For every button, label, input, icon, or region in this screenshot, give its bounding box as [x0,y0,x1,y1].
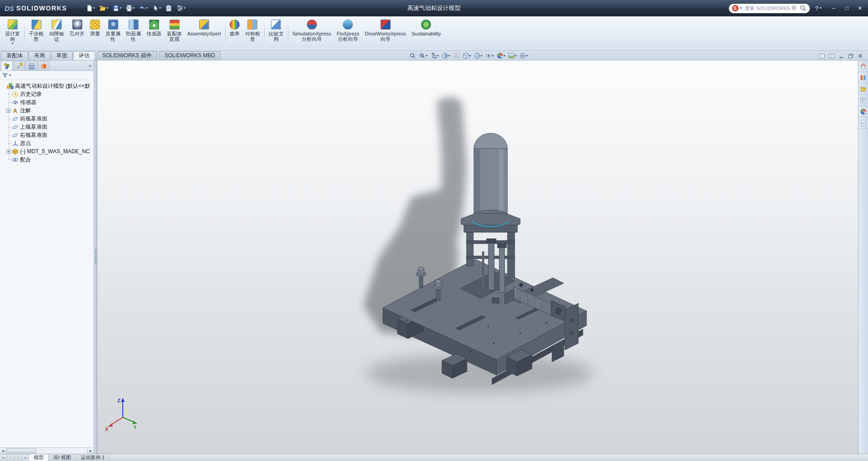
print-document-caret[interactable]: ▾ [133,6,135,10]
search-scope-caret[interactable]: ▾ [740,6,742,10]
tree-item-plane[interactable]: 前视基准面 [0,115,94,123]
ribbon-tab-5[interactable]: SOLIDWORKS 插件 [97,51,157,60]
sensor-button[interactable]: 传感器 [144,18,164,50]
options-button[interactable]: ▾ [175,2,187,14]
custom-properties-tab[interactable] [858,117,868,129]
tree-item-plane[interactable]: 上视基准面 [0,123,94,131]
featuremanager-tab[interactable] [1,61,13,70]
design-study-button[interactable]: 设计算例▾ [2,18,23,50]
section-properties-button[interactable]: 剖面属性 [123,18,144,50]
appearances-scenes-tab[interactable] [858,106,868,117]
view-palette-tab[interactable] [858,95,868,106]
ribbon-tab-3[interactable]: 草图 [51,51,73,60]
section-view-button[interactable]: ▾ [440,51,452,60]
assembly-visualization-button[interactable]: 装配体直观 [164,18,185,50]
new-document-caret[interactable]: ▾ [93,6,95,10]
curvature-button[interactable]: 曲率 [227,18,242,50]
viewport-single-button[interactable] [818,52,826,60]
undo-caret[interactable]: ▾ [146,6,148,10]
expander-toggle[interactable]: + [6,150,10,154]
configurationmanager-tab[interactable] [25,61,37,70]
hole-alignment-button[interactable]: 孔对齐 [67,18,87,50]
filter-icon[interactable] [2,72,8,79]
search-magnifier-icon[interactable] [799,5,807,12]
scroll-thumb[interactable] [6,448,36,453]
tabs-scroll-end[interactable]: » [22,454,29,461]
model-3d[interactable] [97,60,858,454]
panel-tab-overflow-button[interactable]: » [89,63,91,68]
ribbon-tab-4[interactable]: 评估 [73,51,95,60]
dynamic-annotation-views-button[interactable]: A [452,51,461,60]
tree-item-assembly[interactable]: 高速气动粘设计模型 (默认<<默 [0,82,94,90]
floxpress-wizard-button[interactable]: FloXpress分析向导 [334,18,362,50]
zoom-to-area-button[interactable]: ▾ [417,51,429,60]
help-caret[interactable]: ▾ [820,6,822,10]
tree-item-annotations[interactable]: +A注解 [0,106,94,115]
compare-documents-button[interactable]: 比较文档 [266,18,286,50]
tree-item-origin[interactable]: 原点 [0,139,94,147]
tree-item-sensors[interactable]: 传感器 [0,98,94,106]
view-orientation-button[interactable]: ▾ [461,51,472,60]
measure-button[interactable]: 测量 [87,18,103,50]
ribbon-tab-2[interactable]: 布局 [29,51,50,60]
minimize-window[interactable]: – [828,3,840,14]
bottom-tab-1[interactable]: 模型 [29,454,49,461]
tabs-scroll-right[interactable]: › [15,454,22,461]
search-box[interactable]: S ▾ [728,3,810,14]
options-caret[interactable]: ▾ [184,6,186,10]
bottom-tab-3[interactable]: 运动算例 1 [76,454,110,461]
select-caret[interactable]: ▾ [159,6,161,10]
panel-splitter[interactable] [94,60,97,454]
zoom-to-fit-button[interactable] [408,51,417,60]
previous-view-button[interactable]: ▾ [429,51,440,60]
edit-appearance-caret[interactable]: ▾ [503,54,505,58]
open-document-button[interactable]: ▾ [97,2,110,14]
tree-item-plane[interactable]: 右视基准面 [0,131,94,139]
display-style-button[interactable]: ▾ [472,51,484,60]
tabs-scroll-start[interactable]: « [0,454,7,461]
tabs-scroll-left[interactable]: ‹ [7,454,15,461]
open-document-caret[interactable]: ▾ [106,6,108,10]
symmetry-check-button[interactable]: 对称检查 [242,18,263,50]
design-library-tab[interactable] [858,72,868,83]
panel-horizontal-scrollbar[interactable]: ◀ ▶ [0,447,94,454]
maximize-window[interactable]: □ [841,3,853,14]
previous-view-caret[interactable]: ▾ [437,54,439,58]
close-window[interactable]: ✕ [854,3,866,14]
sustainability-button[interactable]: Sustainability [409,18,444,50]
scroll-right-arrow[interactable]: ▶ [87,448,94,454]
edit-appearance-button[interactable]: ▾ [495,51,507,60]
search-input[interactable] [744,5,798,11]
expander-toggle[interactable]: + [6,109,10,113]
tree-item-history[interactable]: 历史记录 [0,90,94,98]
undo-button[interactable]: ▾ [137,2,150,14]
ribbon-tab-6[interactable]: SOLIDWORKS MBD [159,51,221,60]
scroll-left-arrow[interactable]: ◀ [0,448,6,454]
file-properties-button[interactable] [163,2,174,14]
solidworks-resources-tab[interactable] [858,60,868,72]
new-document-button[interactable]: ▾ [84,2,97,14]
interference-check-button[interactable]: 干涉检查 [26,18,46,50]
save-document-caret[interactable]: ▾ [120,6,121,10]
dimxpertmanager-tab[interactable] [38,61,50,70]
propertymanager-tab[interactable] [13,61,25,70]
minimize-document-button[interactable] [837,52,845,60]
help-menu-button[interactable]: ? ▾ [813,5,823,12]
print-document-button[interactable]: ▾ [124,2,136,14]
apply-scene-caret[interactable]: ▾ [515,54,517,58]
tree-item-mates[interactable]: 配合 [0,155,94,164]
section-view-caret[interactable]: ▾ [448,54,450,58]
scroll-track[interactable] [36,448,87,454]
file-explorer-tab[interactable] [858,83,868,95]
apply-scene-button[interactable]: ▾ [507,51,518,60]
design-study-caret[interactable]: ▾ [11,42,13,45]
mass-properties-button[interactable]: 质量属性 [103,18,123,50]
view-settings-button[interactable]: ▾ [518,51,529,60]
ribbon-tab-1[interactable]: 装配体 [1,51,28,60]
simulationxpress-wizard-button[interactable]: SimulationXpress分析向导 [290,18,334,50]
view-settings-caret[interactable]: ▾ [526,54,528,58]
viewport-split-button[interactable] [828,52,836,60]
save-document-button[interactable]: ▾ [110,2,123,14]
view-orientation-caret[interactable]: ▾ [469,54,471,58]
driveworksxpress-wizard-button[interactable]: DriveWorksXpress向导 [362,18,409,50]
